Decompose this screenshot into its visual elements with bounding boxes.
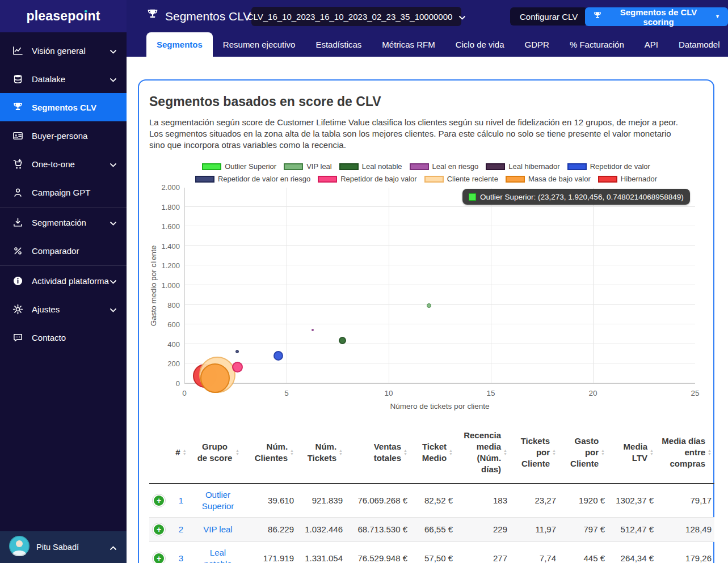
tab-gdpr[interactable]: GDPR <box>515 32 559 57</box>
y-tick-label: 1.400 <box>146 242 180 251</box>
legend-item-cliente-reciente[interactable]: Cliente reciente <box>424 175 498 183</box>
expand-row-button[interactable]: + <box>152 523 166 536</box>
bubble-repetidor-de-valor[interactable] <box>273 351 283 361</box>
cart-icon <box>12 159 23 170</box>
column-header-num-clientes[interactable]: Núm. Clientes▲▼ <box>242 422 297 484</box>
column-header-ticket-medio[interactable]: Ticket Medio▲▼ <box>410 422 456 484</box>
configure-clv-button[interactable]: Configurar CLV <box>510 7 587 26</box>
sidebar-item-label: Datalake <box>32 74 65 84</box>
segment-group-link[interactable]: Leal notable <box>204 548 232 563</box>
chevron-down-icon <box>110 46 116 56</box>
chevron-down-icon <box>110 218 116 227</box>
sidebar-item-campaign-gpt[interactable]: Campaign GPT <box>0 178 127 206</box>
legend-item-hibernador[interactable]: Hibernador <box>598 175 657 183</box>
main-content: Segmentos basados en score de CLV La seg… <box>127 57 728 563</box>
sort-icon: ▲▼ <box>601 449 605 456</box>
column-header-label: Tickets por Cliente <box>513 435 550 469</box>
sidebar-item-segmentos-clv[interactable]: Segmentos CLV <box>0 93 127 121</box>
legend-item-vip-leal[interactable]: VIP leal <box>284 162 332 171</box>
x-tick-label: 0 <box>172 389 197 397</box>
legend-swatch <box>598 176 617 183</box>
tab-ciclo-de-vida[interactable]: Ciclo de vida <box>445 32 515 57</box>
tab-segmentos[interactable]: Segmentos <box>146 32 213 57</box>
column-header-ventas-totales[interactable]: Ventas totales▲▼ <box>346 422 410 484</box>
cell-media-ltv: 264,34 € <box>608 542 657 563</box>
sidebar-item-one-to-one[interactable]: One-to-one <box>0 150 127 178</box>
clv-scoring-dropdown-button[interactable]: Segmentos de CLV scoring ▼ <box>585 7 728 26</box>
column-header-[interactable]: #▲▼ <box>169 422 193 484</box>
column-header-grupo-de-score[interactable]: Grupo de score▲▼ <box>193 422 242 484</box>
column-header-media-dias-entre-compras[interactable]: Media días entre compras▲▼ <box>657 422 714 484</box>
column-header-tickets-por-cliente[interactable]: Tickets por Cliente▲▼ <box>510 422 559 484</box>
avatar <box>9 536 30 558</box>
legend-item-leal-en-riesgo[interactable]: Leal en riesgo <box>410 162 479 171</box>
tab-api[interactable]: API <box>634 32 668 57</box>
expand-row-button[interactable]: + <box>152 552 166 563</box>
sidebar-item-vision-general[interactable]: Visión general <box>0 36 127 65</box>
legend-item-outlier-superior[interactable]: Outlier Superior <box>202 162 276 171</box>
tab-metricas-rfm[interactable]: Métricas RFM <box>372 32 445 57</box>
sidebar-item-contacto[interactable]: Contacto <box>0 323 127 352</box>
cell-gasto-por-cliente: 797 € <box>559 518 608 542</box>
bubble-masa-de-bajo-valor[interactable] <box>200 363 230 393</box>
row-number-link[interactable]: 1 <box>179 496 183 505</box>
sidebar-item-label: Ajustes <box>32 304 60 314</box>
y-tick-label: 1.000 <box>146 281 180 290</box>
column-header-label: Núm. Tickets <box>300 441 336 464</box>
segments-table: #▲▼Grupo de score▲▼Núm. Clientes▲▼Núm. T… <box>149 422 710 563</box>
cell-gasto-por-cliente: 445 € <box>559 542 608 563</box>
y-tick-label: 1.600 <box>146 222 180 231</box>
sidebar-item-label: Visión general <box>32 46 86 56</box>
sidebar-item-actividad-plataforma[interactable]: Actividad plataforma <box>0 266 127 295</box>
sidebar-item-label: Comparador <box>32 246 79 256</box>
column-header-recencia-media-num-dias[interactable]: Recencia media (Núm. días)▲▼ <box>456 422 510 484</box>
cell-ventas-totales: 76.069.268 € <box>346 484 410 518</box>
legend-item-repetidor-de-bajo-valor[interactable]: Repetidor de bajo valor <box>318 175 416 183</box>
plus-icon: + <box>154 524 164 535</box>
bubble-vip-leal[interactable] <box>427 303 431 308</box>
sidebar-item-comparador[interactable]: Comparador <box>0 236 127 265</box>
user-menu[interactable]: Pitu Sabadí <box>0 531 127 563</box>
sidebar-item-buyer-persona[interactable]: Buyer-persona <box>0 121 127 150</box>
column-header-label: Grupo de score <box>196 441 233 464</box>
row-number-link[interactable]: 2 <box>179 524 183 534</box>
sidebar-item-segmentacion[interactable]: Segmentación <box>0 208 127 236</box>
tab-estadisticas[interactable]: Estadísticas <box>305 32 372 57</box>
brand-logo: pleasepoınt <box>0 0 127 32</box>
cell-tickets-por-cliente: 7,74 <box>510 542 559 563</box>
segment-group-link[interactable]: Outlier Superior <box>202 490 234 511</box>
legend-item-leal-notable[interactable]: Leal notable <box>339 162 402 171</box>
legend-swatch <box>506 176 525 183</box>
row-number-link[interactable]: 3 <box>179 553 183 563</box>
bubble-repetidor-de-valor-en-riesgo[interactable] <box>235 350 239 353</box>
segment-group-link[interactable]: VIP leal <box>203 524 232 534</box>
sort-icon: ▲▼ <box>183 449 187 456</box>
y-tick-label: 2.000 <box>146 183 180 192</box>
bubble-leal-notable[interactable] <box>339 337 346 344</box>
sidebar-item-label: One-to-one <box>32 159 75 169</box>
column-header-label: # <box>175 447 180 458</box>
sidebar-nav: Visión generalDatalakeSegmentos CLVBuyer… <box>0 32 127 352</box>
clv-model-select[interactable]: CLV_16_10_2023_16_10_2023_02_23_35_10000… <box>251 7 461 26</box>
tab-datamodel[interactable]: Datamodel <box>668 32 728 57</box>
app-root: pleasepoınt Visión generalDatalakeSegmen… <box>0 0 728 563</box>
y-tick-label: 1.800 <box>146 203 180 211</box>
cell-num-tickets: 1.331.054 <box>297 542 346 563</box>
chevron-down-icon <box>110 304 116 314</box>
legend-item-repetidor-de-valor[interactable]: Repetidor de valor <box>567 162 650 171</box>
column-header-num-tickets[interactable]: Núm. Tickets▲▼ <box>297 422 346 484</box>
tab-resumen-ejecutivo[interactable]: Resumen ejecutivo <box>213 32 306 57</box>
legend-item-leal-hibernador[interactable]: Leal hibernador <box>486 162 559 171</box>
top-header: Segmentos CLV CLV_16_10_2023_16_10_2023_… <box>127 0 728 32</box>
column-header-gasto-por-cliente[interactable]: Gasto por Cliente▲▼ <box>559 422 608 484</box>
legend-item-masa-de-bajo-valor[interactable]: Masa de bajo valor <box>506 175 591 183</box>
sidebar-item-datalake[interactable]: Datalake <box>0 65 127 93</box>
tab-facturacion[interactable]: % Facturación <box>559 32 634 57</box>
column-header-expand <box>149 422 169 484</box>
plot-area <box>184 188 695 384</box>
bubble-repetidor-de-bajo-valor[interactable] <box>232 362 243 372</box>
legend-item-repetidor-de-valor-en-riesgo[interactable]: Repetidor de valor en riesgo <box>195 175 310 183</box>
expand-row-button[interactable]: + <box>152 494 166 507</box>
sidebar-item-ajustes[interactable]: Ajustes <box>0 295 127 323</box>
column-header-media-ltv[interactable]: Media LTV▲▼ <box>608 422 657 484</box>
